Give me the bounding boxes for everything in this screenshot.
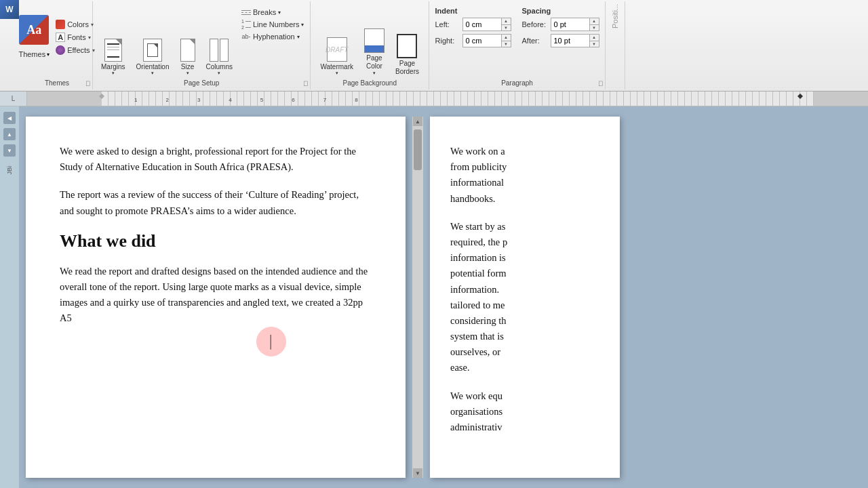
effects-button[interactable]: Effects ▾ [54, 45, 96, 56]
breaks-chevron: ▾ [278, 9, 281, 16]
main-area: ◀ ▲ ▼ JBi We were asked to design a brig… [0, 106, 868, 488]
orientation-icon [143, 39, 162, 62]
watermark-button[interactable]: DRAFT Watermark ▾ [316, 36, 357, 77]
scroll-up-button[interactable]: ▲ [413, 117, 422, 126]
line-numbers-chevron: ▾ [301, 22, 304, 28]
sidebar-btn-1[interactable]: ◀ [3, 112, 16, 124]
spacing-after-up[interactable]: ▲ [590, 35, 599, 41]
breaks-icon [241, 7, 251, 17]
jbi-label: JBi [6, 166, 13, 175]
page-borders-icon [397, 34, 417, 58]
spacing-before-up[interactable]: ▲ [590, 18, 599, 25]
page-borders-button[interactable]: PageBorders [391, 33, 423, 77]
spacing-before-label: Before: [522, 20, 548, 28]
page2-para1-line4: handbooks. [450, 193, 495, 204]
page-color-chevron: ▾ [373, 70, 376, 76]
page-setup-expand-icon[interactable]: ⎕ [304, 80, 307, 87]
size-icon [180, 39, 195, 62]
line-numbers-icon: 1 2 [241, 20, 251, 29]
columns-button[interactable]: Columns ▾ [202, 37, 237, 77]
page2-para1: We work on a from publicity informationa… [450, 144, 599, 207]
page-setup-group: Margins ▾ Orientation ▾ Size ▾ [93, 1, 311, 89]
sidebar-btn-3[interactable]: ▼ [3, 144, 16, 157]
columns-chevron: ▾ [218, 70, 220, 76]
indent-left-label: Left: [435, 20, 460, 28]
page2-para3: We work equ organisations administrativ [450, 388, 599, 436]
colors-button[interactable]: Colors ▾ [54, 19, 96, 30]
themes-button[interactable]: Aa Themes ▾ [17, 14, 51, 60]
watermark-chevron: ▾ [336, 70, 338, 76]
document-page-1[interactable]: We were asked to design a bright, profes… [26, 117, 406, 478]
orientation-button[interactable]: Orientation ▾ [132, 37, 174, 77]
themes-label: Themes [18, 50, 45, 58]
position-group: Positi... [606, 1, 625, 89]
page2-para1-line1: We work on a [450, 146, 505, 157]
indent-right-value: 0 cm [463, 37, 482, 45]
orientation-chevron: ▾ [151, 70, 154, 76]
indent-left-down[interactable]: ▼ [502, 25, 511, 31]
themes-group-label: Themes [22, 79, 92, 87]
indent-right-down[interactable]: ▼ [502, 41, 511, 47]
breaks-button[interactable]: Breaks ▾ [239, 7, 306, 18]
size-label: Size [181, 63, 194, 70]
right-scrollbar[interactable]: ▲ ▼ [412, 117, 423, 478]
themes-group: Aa Themes ▾ Colors ▾ A Fonts ▾ [22, 1, 93, 89]
hyphenation-icon: ab- [241, 32, 251, 41]
page-background-group-label: Page Background [311, 79, 429, 87]
columns-label: Columns [206, 63, 233, 70]
page-color-button[interactable]: PageColor ▾ [360, 27, 389, 77]
page2-para1-line2: from publicity [450, 161, 507, 172]
margins-button[interactable]: Margins ▾ [97, 37, 130, 77]
text-cursor-icon: │ [267, 335, 275, 349]
paragraph-group: Indent Left: 0 cm ▲ ▼ Right: 0 cm [429, 1, 606, 89]
indent-label: Indent [435, 7, 511, 15]
fonts-icon: A [56, 33, 65, 42]
app-corner: W [0, 0, 19, 19]
position-label: Positi... [611, 4, 619, 28]
indent-left-value: 0 cm [463, 20, 482, 28]
page-color-icon [364, 28, 384, 53]
ruler-bar: L 1 2 3 4 5 6 7 8 [0, 92, 868, 106]
margins-chevron: ▾ [112, 70, 115, 76]
sidebar-btn-2[interactable]: ▲ [3, 128, 16, 140]
watermark-label: Watermark [320, 63, 353, 70]
document-page-2[interactable]: We work on a from publicity informationa… [430, 117, 620, 478]
page-borders-label: PageBorders [395, 60, 419, 76]
size-button[interactable]: Size ▾ [176, 37, 199, 77]
spacing-after-down[interactable]: ▼ [590, 41, 599, 47]
effects-label: Effects [67, 46, 90, 54]
ribbon: W Aa Themes ▾ Color [0, 0, 868, 92]
margins-label: Margins [101, 63, 125, 70]
spacing-before-value: 0 pt [551, 20, 566, 28]
fonts-chevron: ▾ [88, 35, 91, 41]
document-container: We were asked to design a bright, profes… [19, 106, 868, 488]
spacing-before-down[interactable]: ▼ [590, 25, 599, 31]
indent-left-up[interactable]: ▲ [502, 18, 511, 25]
left-sidebar: ◀ ▲ ▼ JBi [0, 106, 19, 488]
scroll-thumb[interactable] [414, 129, 422, 170]
page-color-label: PageColor [366, 54, 382, 70]
orientation-label: Orientation [136, 63, 170, 70]
breaks-label: Breaks [253, 8, 276, 16]
indent-right-up[interactable]: ▲ [502, 35, 511, 41]
ruler-corner-label: L [12, 95, 16, 102]
line-numbers-button[interactable]: 1 2 Line Numbers ▾ [239, 19, 306, 30]
cursor-indicator: │ [256, 327, 286, 357]
size-chevron: ▾ [186, 70, 189, 76]
colors-label: Colors [67, 20, 89, 28]
watermark-icon: DRAFT [327, 37, 347, 62]
ruler-corner[interactable]: L [0, 92, 27, 106]
scroll-down-button[interactable]: ▼ [413, 468, 422, 478]
page-background-group: DRAFT Watermark ▾ PageColor ▾ PageBorder… [311, 1, 429, 89]
line-numbers-label: Line Numbers [253, 20, 299, 28]
fonts-button[interactable]: A Fonts ▾ [54, 32, 96, 43]
effects-icon [56, 45, 65, 55]
hyphenation-button[interactable]: ab- Hyphenation ▾ [239, 31, 306, 42]
paragraph-expand-icon[interactable]: ⎕ [599, 80, 602, 87]
hyphenation-chevron: ▾ [297, 34, 300, 40]
themes-expand-icon[interactable]: ⎕ [86, 80, 90, 87]
colors-icon [56, 20, 65, 29]
para-2: The report was a review of the success o… [60, 187, 372, 218]
scroll-track[interactable] [414, 126, 422, 468]
fonts-label: Fonts [67, 33, 86, 41]
